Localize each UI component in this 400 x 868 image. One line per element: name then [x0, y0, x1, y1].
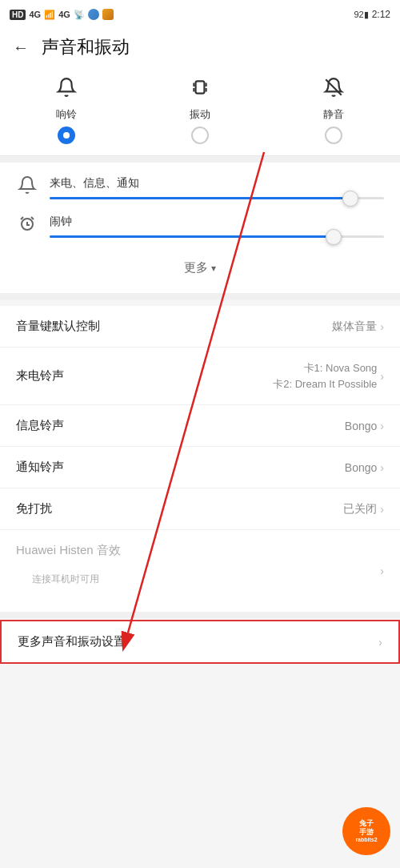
- notification-slider-thumb[interactable]: [342, 191, 358, 207]
- signal-bars: 📶: [44, 10, 55, 20]
- notify-tone-value: Bongo ›: [345, 461, 384, 474]
- volume-key-item[interactable]: 音量键默认控制 媒体音量 ›: [0, 306, 400, 348]
- more-sound-item[interactable]: 更多声音和振动设置 ›: [2, 621, 398, 662]
- more-sound-label: 更多声音和振动设置: [18, 634, 126, 649]
- volume-key-label: 音量键默认控制: [16, 319, 100, 334]
- volume-key-chevron: ›: [380, 320, 384, 333]
- volume-key-value-text: 媒体音量: [332, 319, 377, 334]
- ringtone-label: 来电铃声: [16, 368, 64, 384]
- svg-rect-0: [196, 81, 205, 93]
- page-header: ← 声音和振动: [0, 29, 400, 69]
- hd-badge: HD: [10, 10, 26, 20]
- status-left: HD 4G 📶 4G 📡: [10, 9, 114, 20]
- silent-label: 静音: [323, 107, 344, 122]
- message-tone-chevron: ›: [380, 420, 384, 432]
- notify-tone-label: 通知铃声: [16, 460, 64, 475]
- back-button[interactable]: ←: [13, 38, 29, 57]
- alarm-slider-thumb[interactable]: [326, 229, 342, 245]
- chevron-down-icon: ▾: [211, 263, 216, 274]
- signal-4g-1: 4G: [29, 10, 41, 19]
- histen-sublabel: 连接耳机时可用: [16, 560, 121, 599]
- bell-volume-icon: [16, 175, 38, 199]
- alarm-slider-track[interactable]: [50, 235, 384, 238]
- status-bar: HD 4G 📶 4G 📡 92 ▮ 2:12: [0, 0, 400, 29]
- volume-key-value: 媒体音量 ›: [332, 319, 384, 334]
- volume-section: 来电、信息、通知 闹钟 更多 ▾: [0, 163, 400, 293]
- svg-line-3: [21, 217, 23, 219]
- notification-volume-label: 来电、信息、通知: [50, 176, 384, 191]
- more-sound-chevron: ›: [378, 636, 382, 649]
- alarm-slider-fill: [50, 235, 334, 238]
- notify-tone-item[interactable]: 通知铃声 Bongo ›: [0, 447, 400, 488]
- ring-mode-selector: 响铃 振动 静音: [0, 69, 400, 156]
- ringtone-item[interactable]: 来电铃声 卡1: Nova Song 卡2: Dream It Possible…: [0, 348, 400, 405]
- ring-radio[interactable]: [58, 127, 75, 144]
- watermark-line1: 兔子: [359, 819, 374, 828]
- battery-level: 92: [354, 10, 363, 19]
- watermark-line2: 手游: [359, 828, 374, 837]
- wifi-icon: 📡: [74, 10, 85, 20]
- watermark-badge: 兔子 手游 rabbits2: [342, 807, 390, 855]
- settings-list: 音量键默认控制 媒体音量 › 来电铃声 卡1: Nova Song 卡2: Dr…: [0, 306, 400, 612]
- section-divider-3: [0, 612, 400, 618]
- dnd-value-text: 已关闭: [343, 502, 377, 516]
- status-right: 92 ▮ 2:12: [354, 9, 390, 20]
- page-title: 声音和振动: [42, 35, 130, 59]
- svg-line-4: [31, 217, 34, 219]
- app-icon-2: [102, 9, 114, 20]
- dnd-item[interactable]: 免打扰 已关闭 ›: [0, 488, 400, 530]
- vibrate-label: 振动: [190, 107, 210, 122]
- ring-mode-silent[interactable]: 静音: [266, 77, 400, 144]
- ringtone-chevron: ›: [380, 370, 384, 383]
- ringtone-card2: 卡2: Dream It Possible: [273, 376, 377, 392]
- notification-volume-row: 来电、信息、通知: [16, 175, 384, 199]
- silent-radio[interactable]: [325, 127, 342, 144]
- ring-mode-vibrate[interactable]: 振动: [134, 77, 267, 144]
- notification-slider-track[interactable]: [50, 197, 384, 199]
- more-label: 更多: [184, 260, 208, 275]
- ringtone-value-text: 卡1: Nova Song 卡2: Dream It Possible: [273, 360, 377, 392]
- notification-slider-fill: [50, 197, 350, 199]
- signal-4g-2: 4G: [58, 10, 70, 19]
- message-tone-item[interactable]: 信息铃声 Bongo ›: [0, 405, 400, 447]
- alarm-volume-label: 闹钟: [50, 215, 384, 229]
- more-expand-button[interactable]: 更多 ▾: [16, 252, 384, 280]
- more-sound-container: 更多声音和振动设置 ›: [0, 620, 400, 664]
- app-icon-1: [88, 9, 99, 20]
- section-divider-2: [0, 293, 400, 299]
- alarm-volume-row: 闹钟: [16, 214, 384, 238]
- dnd-label: 免打扰: [16, 501, 52, 516]
- watermark-url: rabbits2: [355, 837, 377, 843]
- histen-item: Huawei Histen 音效 连接耳机时可用 ›: [0, 530, 400, 612]
- dnd-chevron: ›: [380, 503, 384, 516]
- silent-icon: [323, 77, 344, 102]
- section-divider-1: [0, 156, 400, 163]
- histen-content: Huawei Histen 音效 连接耳机时可用: [16, 543, 121, 599]
- notification-volume-content: 来电、信息、通知: [50, 176, 384, 199]
- message-tone-value: Bongo ›: [345, 420, 384, 432]
- message-tone-label: 信息铃声: [16, 418, 64, 433]
- battery-icon: 92 ▮: [354, 10, 368, 20]
- alarm-volume-icon: [16, 214, 38, 238]
- ringtone-value: 卡1: Nova Song 卡2: Dream It Possible ›: [273, 360, 384, 392]
- ring-icon: [56, 77, 77, 102]
- ringtone-card1: 卡1: Nova Song: [273, 360, 377, 376]
- vibrate-icon: [190, 77, 210, 102]
- histen-label: Huawei Histen 音效: [16, 543, 121, 558]
- message-tone-value-text: Bongo: [345, 420, 377, 432]
- vibrate-radio[interactable]: [191, 127, 209, 144]
- notify-tone-chevron: ›: [380, 461, 384, 474]
- ring-mode-ring[interactable]: 响铃: [0, 77, 134, 144]
- histen-chevron: ›: [380, 565, 384, 577]
- notify-tone-value-text: Bongo: [345, 461, 377, 474]
- alarm-volume-content: 闹钟: [50, 215, 384, 238]
- ring-label: 响铃: [56, 107, 77, 122]
- dnd-value: 已关闭 ›: [343, 502, 384, 516]
- time-display: 2:12: [372, 9, 390, 20]
